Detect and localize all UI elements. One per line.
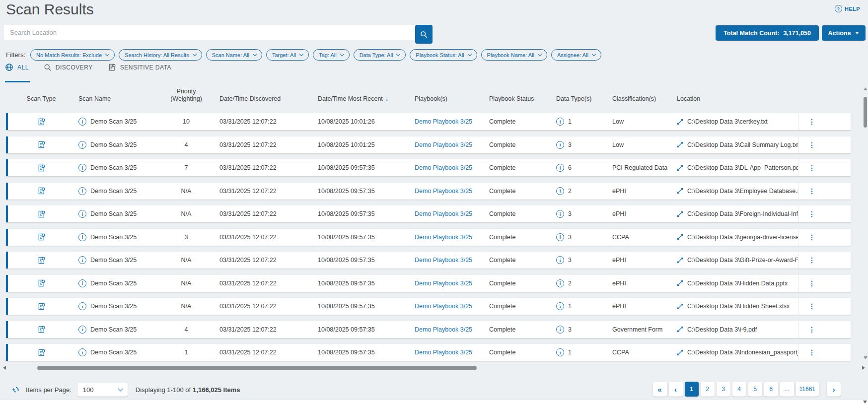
vertical-scrollbar[interactable] (864, 83, 868, 363)
row-menu-button[interactable]: ⋮ (798, 252, 851, 269)
actions-button[interactable]: Actions (822, 25, 866, 41)
row-menu-button[interactable]: ⋮ (798, 298, 851, 315)
playbook-link[interactable]: Demo Playbook 3/25 (408, 118, 483, 125)
col-header-date-discovered[interactable]: Date/Time Discovered (209, 95, 310, 108)
expand-icon[interactable] (677, 280, 683, 286)
row-menu-button[interactable]: ⋮ (798, 136, 851, 153)
table-row[interactable]: i Demo Scan 3/25 7 03/31/2025 12:07:22 1… (6, 159, 851, 176)
info-icon[interactable]: i (78, 210, 86, 218)
table-row[interactable]: i Demo Scan 3/25 N/A 03/31/2025 12:07:22… (6, 183, 851, 200)
tab-discovery[interactable]: DISCOVERY (44, 63, 93, 82)
items-per-page-select[interactable]: 100 (77, 383, 128, 397)
info-icon[interactable]: i (556, 279, 564, 287)
expand-icon[interactable] (677, 165, 683, 171)
expand-icon[interactable] (677, 349, 683, 356)
scroll-left-icon[interactable] (3, 366, 6, 370)
col-header-date-recent[interactable]: Date/Time Most Recent↓ (310, 95, 408, 108)
playbook-link[interactable]: Demo Playbook 3/25 (408, 234, 483, 241)
info-icon[interactable]: i (556, 302, 564, 310)
info-icon[interactable]: i (78, 164, 86, 172)
row-menu-button[interactable]: ⋮ (798, 229, 851, 246)
search-input[interactable] (4, 25, 421, 40)
scroll-down-icon[interactable] (864, 356, 868, 359)
col-header-scan-type[interactable]: Scan Type (8, 95, 74, 108)
info-icon[interactable]: i (556, 187, 564, 195)
col-header-data-types[interactable]: Data Type(s) (550, 95, 607, 108)
table-row[interactable]: i Demo Scan 3/25 4 03/31/2025 12:07:22 1… (6, 136, 851, 153)
filter-pill[interactable]: Scan Name: All (206, 49, 262, 61)
info-icon[interactable]: i (556, 141, 564, 149)
table-row[interactable]: i Demo Scan 3/25 4 03/31/2025 12:07:22 1… (6, 321, 851, 338)
page-button[interactable]: 3 (717, 382, 730, 397)
playbook-link[interactable]: Demo Playbook 3/25 (408, 280, 483, 287)
info-icon[interactable]: i (78, 233, 86, 241)
tab-sensitive-data[interactable]: SENSITIVE DATA (108, 63, 171, 82)
row-menu-button[interactable]: ⋮ (798, 159, 851, 176)
filter-pill[interactable]: Tag: All (313, 49, 349, 61)
filter-pill[interactable]: Data Type: All (354, 49, 406, 61)
col-header-scan-name[interactable]: Scan Name (74, 95, 164, 108)
expand-icon[interactable] (677, 141, 683, 148)
page-button[interactable]: 2 (701, 382, 715, 397)
page-first-button[interactable]: « (653, 382, 667, 397)
filter-pill[interactable]: Assignee: All (551, 49, 601, 61)
horizontal-scrollbar-thumb[interactable] (37, 366, 477, 370)
info-icon[interactable]: i (556, 326, 564, 334)
col-header-playbooks[interactable]: Playbook(s) (408, 95, 483, 108)
page-prev-button[interactable]: ‹ (669, 382, 683, 397)
vertical-scrollbar-thumb[interactable] (864, 97, 867, 128)
page-button[interactable]: 1 (685, 382, 699, 397)
row-menu-button[interactable]: ⋮ (798, 113, 851, 130)
col-header-playbook-status[interactable]: Playbook Status (483, 95, 550, 108)
page-button[interactable]: 11661 (796, 382, 819, 397)
scroll-right-icon[interactable] (862, 366, 865, 370)
scroll-up-icon[interactable] (864, 87, 868, 90)
info-icon[interactable]: i (556, 118, 564, 126)
expand-icon[interactable] (677, 326, 683, 333)
info-icon[interactable]: i (78, 118, 86, 126)
filter-pill[interactable]: Target: All (266, 49, 309, 61)
info-icon[interactable]: i (78, 279, 86, 287)
playbook-link[interactable]: Demo Playbook 3/25 (408, 164, 483, 171)
tab-all[interactable]: ALL (5, 63, 29, 82)
filter-pill[interactable]: Playbook Status: All (410, 49, 477, 61)
info-icon[interactable]: i (556, 164, 564, 172)
help-button[interactable]: ? HELP (835, 5, 860, 12)
row-menu-button[interactable]: ⋮ (798, 205, 851, 222)
col-header-priority[interactable]: Priority (Weighting) (164, 88, 209, 108)
page-button[interactable]: 5 (748, 382, 762, 397)
info-icon[interactable]: i (78, 187, 86, 195)
filter-pill[interactable]: No Match Results: Exclude (30, 49, 115, 61)
expand-icon[interactable] (677, 188, 683, 194)
info-icon[interactable]: i (78, 348, 86, 356)
page-button[interactable]: 6 (764, 382, 778, 397)
playbook-link[interactable]: Demo Playbook 3/25 (408, 210, 483, 217)
page-ellipsis[interactable]: ... (780, 382, 794, 397)
playbook-link[interactable]: Demo Playbook 3/25 (408, 141, 483, 148)
info-icon[interactable]: i (556, 256, 564, 264)
info-icon[interactable]: i (78, 326, 86, 334)
page-button[interactable]: 4 (732, 382, 746, 397)
horizontal-scrollbar[interactable] (2, 365, 866, 371)
table-row[interactable]: i Demo Scan 3/25 N/A 03/31/2025 12:07:22… (6, 205, 851, 222)
table-row[interactable]: i Demo Scan 3/25 N/A 03/31/2025 12:07:22… (6, 275, 851, 292)
table-row[interactable]: i Demo Scan 3/25 10 03/31/2025 12:07:22 … (6, 113, 851, 130)
col-header-location[interactable]: Location (671, 95, 798, 108)
row-menu-button[interactable]: ⋮ (798, 183, 851, 200)
info-icon[interactable]: i (78, 256, 86, 264)
info-icon[interactable]: i (556, 210, 564, 218)
expand-icon[interactable] (677, 303, 683, 310)
row-menu-button[interactable]: ⋮ (798, 275, 851, 292)
table-row[interactable]: i Demo Scan 3/25 3 03/31/2025 12:07:22 1… (6, 229, 851, 246)
info-icon[interactable]: i (556, 348, 564, 356)
playbook-link[interactable]: Demo Playbook 3/25 (408, 188, 483, 195)
info-icon[interactable]: i (556, 233, 564, 241)
search-button[interactable] (415, 25, 433, 44)
row-menu-button[interactable]: ⋮ (798, 344, 851, 361)
sort-descending-icon[interactable]: ↓ (385, 95, 388, 102)
col-header-classification[interactable]: Classification(s) (607, 95, 671, 108)
filter-pill[interactable]: Search History: All Results (119, 49, 202, 61)
row-menu-button[interactable]: ⋮ (798, 321, 851, 338)
expand-icon[interactable] (677, 257, 683, 264)
info-icon[interactable]: i (78, 302, 86, 310)
